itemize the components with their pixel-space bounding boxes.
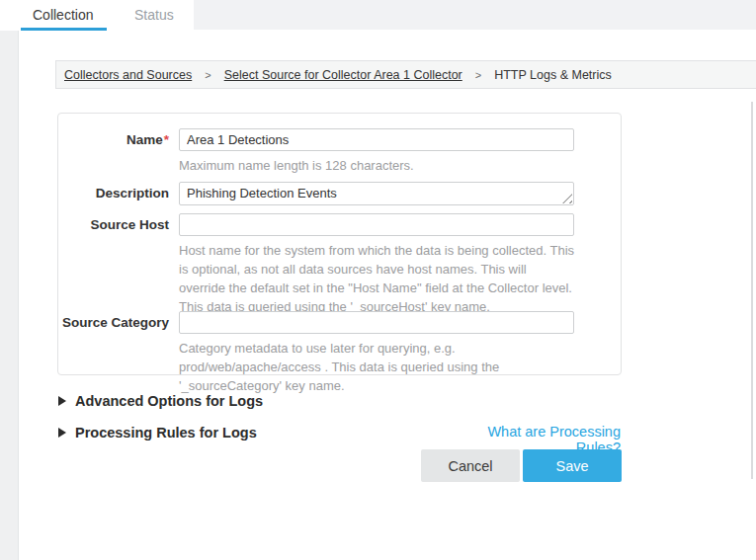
active-tab-indicator xyxy=(21,28,107,31)
name-label: Name* xyxy=(58,132,169,147)
collapsed-arrow-icon xyxy=(58,428,66,438)
topbar-background xyxy=(194,0,756,30)
scrollbar-track[interactable] xyxy=(751,102,753,479)
collapsed-arrow-icon xyxy=(58,396,66,406)
source-host-label: Source Host xyxy=(58,217,169,232)
tab-collection[interactable]: Collection xyxy=(33,0,93,28)
name-input[interactable] xyxy=(179,128,574,151)
breadcrumb-collectors-and-sources[interactable]: Collectors and Sources xyxy=(64,68,192,82)
breadcrumb-current-page: HTTP Logs & Metrics xyxy=(494,68,612,82)
tab-status[interactable]: Status xyxy=(134,0,174,28)
processing-rules-label: Processing Rules for Logs xyxy=(75,425,257,440)
source-category-label: Source Category xyxy=(58,315,169,330)
breadcrumb-select-source[interactable]: Select Source for Collector Area 1 Colle… xyxy=(224,68,462,82)
cancel-button[interactable]: Cancel xyxy=(421,449,520,482)
required-asterisk: * xyxy=(164,132,169,147)
description-label: Description xyxy=(58,186,169,200)
name-helper-text: Maximum name length is 128 characters. xyxy=(179,156,414,175)
source-host-helper-text: Host name for the system from which the … xyxy=(179,241,576,316)
save-button[interactable]: Save xyxy=(523,449,622,482)
breadcrumb-separator-icon: > xyxy=(475,69,481,81)
processing-rules-section-toggle[interactable]: Processing Rules for Logs xyxy=(58,425,257,440)
advanced-options-label: Advanced Options for Logs xyxy=(75,393,263,409)
source-category-helper-text: Category metadata to use later for query… xyxy=(179,339,580,395)
breadcrumb-separator-icon: > xyxy=(205,69,210,81)
source-host-input[interactable] xyxy=(179,213,574,236)
source-config-form: Name* Maximum name length is 128 charact… xyxy=(57,113,622,375)
left-gutter xyxy=(0,31,19,560)
description-input[interactable]: Phishing Detection Events xyxy=(179,182,574,205)
source-category-input[interactable] xyxy=(179,311,574,334)
advanced-options-section-toggle[interactable]: Advanced Options for Logs xyxy=(58,393,263,409)
breadcrumb: Collectors and Sources > Select Source f… xyxy=(55,60,756,89)
